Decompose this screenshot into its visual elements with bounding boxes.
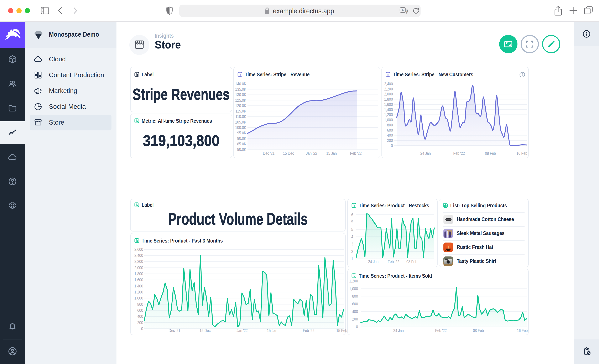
svg-text:Dec '21: Dec '21 [263,151,274,156]
svg-text:Jan '22: Jan '22 [237,328,248,333]
svg-text:95.0K: 95.0K [237,131,246,135]
svg-text:105.0K: 105.0K [235,120,247,124]
svg-text:1,000: 1,000 [134,296,143,301]
svg-text:400: 400 [387,133,393,138]
svg-text:1,200: 1,200 [349,278,358,283]
svg-text:115.0K: 115.0K [235,109,247,114]
svg-text:1,000: 1,000 [384,117,393,122]
svg-text:08 Feb: 08 Feb [473,328,484,333]
svg-text:1: 1 [351,256,353,261]
svg-text:110.0K: 110.0K [235,114,247,119]
svg-text:0: 0 [141,326,143,331]
svg-text:80.0K: 80.0K [237,147,246,152]
svg-text:135.0K: 135.0K [235,87,247,92]
svg-text:2,400: 2,400 [134,253,143,258]
svg-text:125.0K: 125.0K [235,98,247,103]
svg-text:2: 2 [351,249,353,254]
svg-text:2,000: 2,000 [134,265,143,270]
svg-text:Feb '22: Feb '22 [350,151,361,156]
svg-text:15 Jan: 15 Jan [267,328,277,333]
svg-text:16 Feb: 16 Feb [516,151,527,156]
svg-text:800: 800 [352,294,358,299]
svg-text:800: 800 [387,123,393,127]
svg-text:Feb '22: Feb '22 [453,151,465,156]
svg-text:5: 5 [351,220,353,224]
svg-text:2,000: 2,000 [384,92,393,97]
svg-text:1,200: 1,200 [134,290,143,294]
svg-text:120.0K: 120.0K [235,103,247,108]
svg-text:200: 200 [352,317,358,321]
svg-text:140.0K: 140.0K [235,81,247,86]
svg-text:1,200: 1,200 [384,112,393,117]
svg-text:1,600: 1,600 [134,277,143,282]
svg-text:3: 3 [351,242,353,247]
svg-text:Feb '22: Feb '22 [435,328,447,333]
svg-text:15 Jan: 15 Jan [326,151,337,156]
svg-text:24 Jan: 24 Jan [368,259,379,264]
svg-text:90.0K: 90.0K [237,136,246,141]
svg-text:24 Jan: 24 Jan [393,328,404,333]
svg-text:600: 600 [137,308,143,313]
svg-text:08 Feb: 08 Feb [406,259,417,264]
svg-text:130.0K: 130.0K [235,92,247,97]
svg-text:1,400: 1,400 [134,284,143,288]
svg-text:400: 400 [137,314,143,319]
svg-text:1,800: 1,800 [384,97,393,102]
svg-text:1,600: 1,600 [384,102,393,107]
svg-text:2,400: 2,400 [384,81,393,86]
svg-text:600: 600 [387,128,393,133]
svg-text:Dec '21: Dec '21 [169,328,180,333]
svg-text:4: 4 [351,234,353,239]
svg-text:85.0K: 85.0K [237,142,246,146]
svg-text:Jan '22: Jan '22 [306,151,317,156]
svg-text:400: 400 [352,309,358,314]
svg-text:200: 200 [387,138,393,143]
svg-text:6: 6 [351,212,353,217]
svg-text:15 Dec: 15 Dec [283,151,294,156]
svg-text:2,200: 2,200 [134,259,143,264]
svg-text:16 Feb: 16 Feb [517,328,528,333]
svg-text:0: 0 [391,143,393,148]
svg-text:Feb '22: Feb '22 [303,328,314,333]
svg-text:200: 200 [137,320,143,325]
svg-text:600: 600 [352,302,358,306]
svg-text:800: 800 [137,302,143,307]
svg-text:1,800: 1,800 [134,271,143,276]
svg-text:Feb '22: Feb '22 [388,259,399,264]
svg-text:100.0K: 100.0K [235,125,247,130]
svg-text:1,000: 1,000 [349,286,358,291]
svg-text:2,600: 2,600 [134,247,143,252]
svg-text:1,400: 1,400 [384,107,393,112]
svg-text:0: 0 [356,324,358,329]
svg-text:08 Feb: 08 Feb [485,151,496,156]
svg-text:2,200: 2,200 [384,87,393,91]
svg-text:5: 5 [351,227,353,232]
svg-text:24 Jan: 24 Jan [420,151,431,156]
svg-text:15 Dec: 15 Dec [199,328,211,333]
svg-text:15 Feb: 15 Feb [336,328,347,333]
